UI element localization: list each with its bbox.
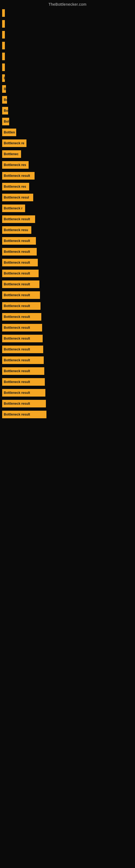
bar-row: Bottleneck result <box>0 333 135 344</box>
bar-label-14: Bottleneck res <box>4 163 26 167</box>
bar-row <box>0 62 135 73</box>
bar-row: Bottleneck re <box>0 138 135 149</box>
bar-row: Bottleneck resul <box>0 192 135 203</box>
bar-row: Bottleneck result <box>0 279 135 290</box>
bar-row: B <box>0 73 135 84</box>
bar-row: Bo <box>0 84 135 94</box>
bar-29: Bottleneck result <box>2 324 42 332</box>
bar-row: Bottleneck result <box>0 257 135 268</box>
bar-0 <box>2 9 5 17</box>
bar-37: Bottleneck result <box>2 411 46 418</box>
bar-13: Bottlenec <box>2 150 21 158</box>
bar-1 <box>2 20 5 28</box>
bar-6: B <box>2 74 5 82</box>
site-title: TheBottlenecker.com <box>0 0 135 8</box>
bar-row: Bottleneck result <box>0 366 135 376</box>
bar-label-7: Bo <box>4 87 6 91</box>
bar-label-19: Bottleneck result <box>4 217 30 221</box>
bar-label-17: Bottleneck resul <box>4 195 29 199</box>
bar-21: Bottleneck result <box>2 237 36 245</box>
bar-row: Bottleneck result <box>0 322 135 333</box>
bar-label-26: Bottleneck result <box>4 293 30 297</box>
bar-35: Bottleneck result <box>2 389 45 397</box>
bar-30: Bottleneck result <box>2 335 43 342</box>
bar-label-22: Bottleneck result <box>4 250 30 254</box>
bar-12: Bottleneck re <box>2 140 27 147</box>
bar-row: Bottlen <box>0 127 135 138</box>
bar-36: Bottleneck result <box>2 400 46 407</box>
bar-row: Bottleneck result <box>0 388 135 398</box>
bar-22: Bottleneck result <box>2 248 37 255</box>
bar-label-12: Bottleneck re <box>4 141 24 145</box>
bar-row: Bottleneck result <box>0 376 135 388</box>
bar-row: Bottlenec <box>0 149 135 159</box>
bar-5 <box>2 63 5 71</box>
bar-label-37: Bottleneck result <box>4 412 30 416</box>
bar-label-18: Bottleneck r <box>4 207 22 210</box>
bar-33: Bottleneck result <box>2 367 44 375</box>
bar-label-24: Bottleneck result <box>4 272 30 275</box>
bar-19: Bottleneck result <box>2 215 35 223</box>
bar-16: Bottleneck res <box>2 183 29 190</box>
bar-row <box>0 29 135 40</box>
bar-23: Bottleneck result <box>2 259 38 267</box>
bar-row: Bottleneck res <box>0 181 135 192</box>
bar-label-13: Bottlenec <box>4 152 18 156</box>
bar-7: Bo <box>2 85 6 93</box>
bar-2 <box>2 31 5 38</box>
bar-row: Bottleneck resu <box>0 225 135 236</box>
bar-row <box>0 40 135 51</box>
bar-row: Bottleneck result <box>0 409 135 420</box>
bar-label-21: Bottleneck result <box>4 239 30 243</box>
bar-row: Bottleneck result <box>0 268 135 279</box>
bar-label-28: Bottleneck result <box>4 315 30 319</box>
bar-row: Bottleneck result <box>0 355 135 366</box>
bar-label-23: Bottleneck result <box>4 261 30 265</box>
bar-28: Bottleneck result <box>2 313 41 321</box>
bar-label-32: Bottleneck result <box>4 358 30 362</box>
bar-row: Bottleneck result <box>0 236 135 246</box>
bar-label-35: Bottleneck result <box>4 391 30 395</box>
bar-31: Bottleneck result <box>2 346 43 353</box>
bar-label-11: Bottlen <box>4 130 15 134</box>
bar-26: Bottleneck result <box>2 291 40 299</box>
bar-label-15: Bottleneck result <box>4 174 30 178</box>
bar-label-16: Bottleneck res <box>4 185 26 188</box>
bars-container: BBoBoBoBolBottlenBottleneck reBottlenecB… <box>0 8 135 420</box>
bar-row: Bottleneck result <box>0 170 135 181</box>
bar-18: Bottleneck r <box>2 205 25 212</box>
bar-15: Bottleneck result <box>2 172 35 180</box>
bar-4 <box>2 53 5 60</box>
bar-row: Bol <box>0 116 135 127</box>
bar-32: Bottleneck result <box>2 356 44 364</box>
bar-label-6: B <box>4 76 5 80</box>
bar-34: Bottleneck result <box>2 378 45 386</box>
bar-label-20: Bottleneck resu <box>4 228 28 232</box>
bar-label-36: Bottleneck result <box>4 402 30 405</box>
bar-row: Bottleneck result <box>0 214 135 225</box>
bar-row <box>0 8 135 19</box>
bar-label-10: Bol <box>4 120 9 123</box>
bar-label-29: Bottleneck result <box>4 326 30 330</box>
bar-24: Bottleneck result <box>2 270 39 277</box>
bar-row: Bottleneck result <box>0 290 135 301</box>
bar-row: Bottleneck result <box>0 311 135 322</box>
bar-label-34: Bottleneck result <box>4 380 30 384</box>
bar-row <box>0 19 135 29</box>
bar-9: Bo <box>2 107 8 115</box>
bar-label-9: Bo <box>4 109 8 113</box>
bar-row: Bottleneck result <box>0 301 135 311</box>
bar-row: Bottleneck r <box>0 203 135 214</box>
bar-25: Bottleneck result <box>2 280 39 288</box>
bar-row: Bottleneck result <box>0 246 135 257</box>
bar-label-27: Bottleneck result <box>4 304 30 308</box>
bar-27: Bottleneck result <box>2 302 41 310</box>
bar-3 <box>2 42 5 50</box>
bar-label-31: Bottleneck result <box>4 347 30 351</box>
bar-label-30: Bottleneck result <box>4 337 30 340</box>
bar-17: Bottleneck resul <box>2 194 33 201</box>
bar-20: Bottleneck resu <box>2 226 31 234</box>
bar-row: Bo <box>0 105 135 116</box>
bar-row: Bottleneck result <box>0 344 135 355</box>
bar-label-8: Bo <box>4 98 7 102</box>
